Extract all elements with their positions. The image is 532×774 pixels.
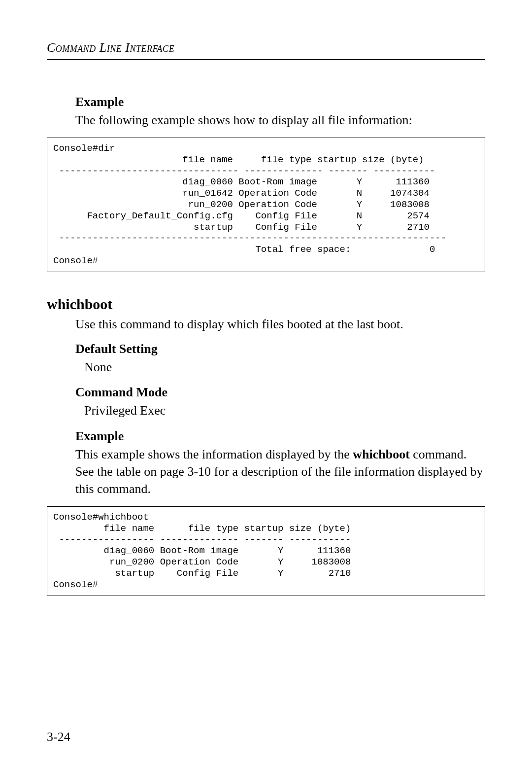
- code-dir: Console#dir file name file type startup …: [53, 143, 479, 267]
- running-header: Command Line Interface: [47, 40, 485, 60]
- command-mode-value: Privileged Exec: [84, 402, 485, 420]
- command-mode-heading: Command Mode: [75, 385, 485, 400]
- default-setting-value: None: [84, 358, 485, 376]
- code-whichboot: Console#whichboot file name file type st…: [53, 512, 479, 591]
- example-text-2: This example shows the information displ…: [75, 446, 485, 497]
- code-box-dir: Console#dir file name file type startup …: [47, 138, 485, 272]
- example-heading-1: Example: [75, 95, 485, 109]
- page-number: 3-24: [47, 730, 70, 744]
- code-box-whichboot: Console#whichboot file name file type st…: [47, 506, 485, 596]
- whichboot-section: Use this command to display which files …: [75, 316, 485, 497]
- whichboot-desc: Use this command to display which files …: [75, 316, 485, 333]
- page: Command Line Interface Example The follo…: [0, 0, 532, 774]
- default-setting-heading: Default Setting: [75, 342, 485, 356]
- command-title-whichboot: whichboot: [47, 296, 485, 313]
- example-text-1: The following example shows how to displ…: [75, 111, 485, 129]
- example-section-1: Example The following example shows how …: [75, 95, 485, 129]
- example-heading-2: Example: [75, 429, 485, 444]
- example-text-pre: This example shows the information displ…: [75, 447, 353, 461]
- whichboot-cmd-bold: whichboot: [353, 447, 410, 461]
